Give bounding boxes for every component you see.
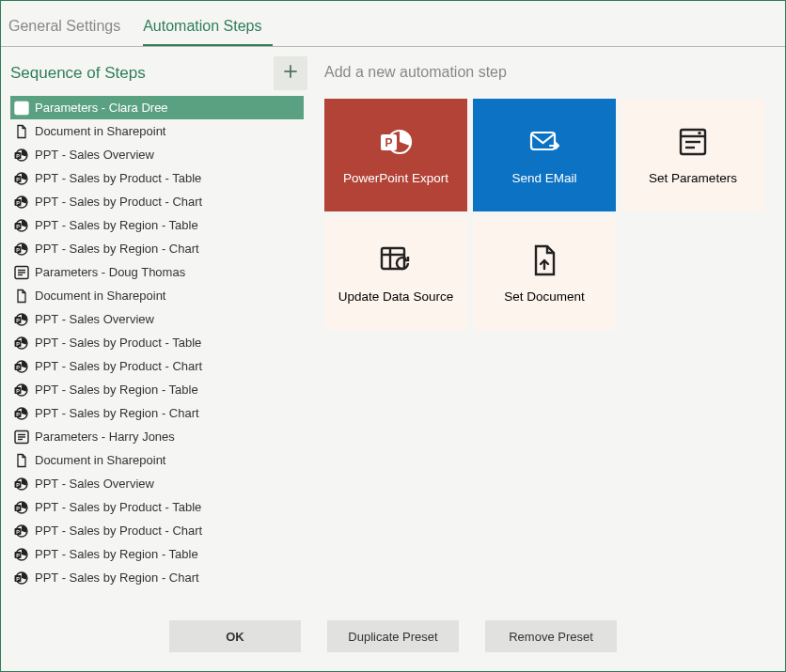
- step-item[interactable]: Parameters - Harry Jones: [10, 425, 304, 448]
- step-item-label: Parameters - Doug Thomas: [35, 265, 185, 279]
- step-item-label: PPT - Sales by Product - Chart: [35, 195, 202, 209]
- step-item[interactable]: Parameters - Doug Thomas: [10, 260, 304, 284]
- ppt-icon: P: [14, 524, 29, 539]
- step-item[interactable]: PPPT - Sales by Region - Table: [10, 542, 304, 566]
- step-item-label: Document in Sharepoint: [35, 289, 165, 303]
- svg-text:P: P: [16, 176, 20, 181]
- step-item-label: PPT - Sales by Region - Table: [35, 383, 198, 397]
- svg-text:P: P: [16, 505, 20, 510]
- add-step-button[interactable]: [274, 56, 307, 90]
- step-item[interactable]: Document in Sharepoint: [10, 119, 304, 143]
- tile-label: Update Data Source: [338, 289, 453, 305]
- tab-bar: General Settings Automation Steps: [1, 1, 785, 47]
- step-item[interactable]: PPPT - Sales Overview: [10, 472, 304, 495]
- step-item-label: PPT - Sales by Product - Table: [35, 336, 201, 350]
- svg-text:P: P: [16, 387, 20, 393]
- tile-set-parameters[interactable]: Set Parameters: [621, 99, 764, 211]
- ppt-icon: P: [14, 500, 29, 515]
- step-item-label: Parameters - Clara Dree: [35, 101, 168, 115]
- tab-general-settings[interactable]: General Settings: [8, 12, 132, 46]
- tab-automation-steps[interactable]: Automation Steps: [143, 12, 273, 46]
- step-item-label: PPT - Sales by Product - Table: [35, 500, 201, 514]
- ppt-icon: P: [14, 406, 29, 421]
- step-item-label: PPT - Sales by Product - Chart: [35, 359, 202, 373]
- svg-text:P: P: [16, 411, 20, 416]
- svg-text:P: P: [16, 481, 20, 487]
- step-item[interactable]: PPPT - Sales by Product - Table: [10, 331, 304, 354]
- svg-rect-62: [531, 133, 555, 149]
- step-item[interactable]: PPPT - Sales by Region - Chart: [10, 237, 304, 260]
- ppt-icon: P: [14, 570, 29, 586]
- ppt-icon: P: [14, 336, 29, 351]
- step-item-label: PPT - Sales Overview: [35, 477, 154, 491]
- ppt-export-icon: P: [377, 124, 415, 160]
- step-list: Parameters - Clara DreeDocument in Share…: [1, 96, 313, 607]
- duplicate-preset-button[interactable]: Duplicate Preset: [327, 620, 459, 652]
- dialog-footer: OK Duplicate Preset Remove Preset: [1, 607, 785, 671]
- step-item[interactable]: Parameters - Clara Dree: [10, 96, 304, 119]
- svg-text:P: P: [16, 199, 20, 205]
- step-item[interactable]: PPPT - Sales by Product - Table: [10, 495, 304, 519]
- step-item-label: Document in Sharepoint: [35, 453, 165, 467]
- ppt-icon: P: [14, 218, 29, 233]
- step-item[interactable]: PPPT - Sales Overview: [10, 143, 304, 166]
- step-item-label: PPT - Sales by Product - Table: [35, 171, 201, 185]
- ppt-icon: P: [14, 312, 29, 327]
- ppt-icon: P: [14, 171, 29, 186]
- svg-point-65: [698, 131, 700, 133]
- step-item-label: PPT - Sales Overview: [35, 148, 154, 162]
- step-item-label: Document in Sharepoint: [35, 124, 165, 138]
- step-item-label: PPT - Sales Overview: [35, 312, 154, 326]
- step-item[interactable]: PPPT - Sales by Product - Chart: [10, 354, 304, 378]
- svg-text:P: P: [16, 152, 20, 158]
- svg-text:P: P: [385, 135, 392, 148]
- step-item-label: PPT - Sales by Product - Chart: [35, 524, 202, 538]
- step-type-tiles: PPowerPoint ExportSend EMailSet Paramete…: [324, 99, 774, 330]
- tile-powerpoint-export[interactable]: PPowerPoint Export: [324, 99, 467, 211]
- svg-text:P: P: [16, 246, 20, 252]
- step-item-label: PPT - Sales by Region - Table: [35, 218, 198, 232]
- step-item[interactable]: PPPT - Sales by Region - Table: [10, 213, 304, 237]
- step-item[interactable]: PPPT - Sales by Region - Chart: [10, 401, 304, 425]
- params-lg-icon: [674, 124, 712, 160]
- tile-label: Set Parameters: [649, 171, 737, 187]
- step-item-label: PPT - Sales by Region - Chart: [35, 570, 199, 585]
- tile-set-document[interactable]: Set Document: [473, 217, 616, 330]
- doc-icon: [14, 453, 29, 468]
- svg-text:P: P: [16, 364, 20, 369]
- tile-update-data-source[interactable]: Update Data Source: [324, 217, 467, 330]
- ppt-icon: P: [14, 195, 29, 210]
- step-item[interactable]: PPPT - Sales Overview: [10, 307, 304, 331]
- params-icon: [14, 265, 29, 280]
- ppt-icon: P: [14, 359, 29, 374]
- step-item-label: Parameters - Harry Jones: [35, 430, 175, 444]
- doc-icon: [14, 124, 29, 139]
- step-item[interactable]: PPPT - Sales by Product - Table: [10, 166, 304, 190]
- ppt-icon: P: [14, 242, 29, 257]
- step-item[interactable]: PPPT - Sales by Product - Chart: [10, 519, 304, 542]
- remove-preset-button[interactable]: Remove Preset: [485, 620, 617, 652]
- dialog-body: Sequence of Steps Parameters - Clara Dre…: [1, 47, 785, 607]
- automation-dialog: General Settings Automation Steps Sequen…: [0, 0, 786, 672]
- doc-up-icon: [526, 242, 563, 278]
- step-item[interactable]: Document in Sharepoint: [10, 448, 304, 472]
- step-item-label: PPT - Sales by Region - Chart: [35, 242, 199, 256]
- ppt-icon: P: [14, 477, 29, 492]
- tile-label: Set Document: [504, 289, 585, 305]
- tile-send-email[interactable]: Send EMail: [473, 99, 616, 211]
- doc-icon: [14, 289, 29, 304]
- sequence-panel: Sequence of Steps Parameters - Clara Dre…: [1, 47, 313, 607]
- ok-button[interactable]: OK: [169, 620, 301, 652]
- mail-icon: [526, 124, 563, 160]
- add-step-panel: Add a new automation step PPowerPoint Ex…: [313, 47, 785, 607]
- ppt-icon: P: [14, 383, 29, 398]
- step-item[interactable]: PPPT - Sales by Product - Chart: [10, 190, 304, 213]
- add-step-title: Add a new automation step: [324, 58, 774, 81]
- step-item[interactable]: Document in Sharepoint: [10, 284, 304, 307]
- step-item[interactable]: PPPT - Sales by Region - Chart: [10, 566, 304, 589]
- ppt-icon: P: [14, 547, 29, 562]
- step-item-label: PPT - Sales by Region - Chart: [35, 406, 199, 420]
- step-item[interactable]: PPPT - Sales by Region - Table: [10, 378, 304, 401]
- svg-text:P: P: [16, 317, 20, 322]
- params-icon: [14, 430, 29, 445]
